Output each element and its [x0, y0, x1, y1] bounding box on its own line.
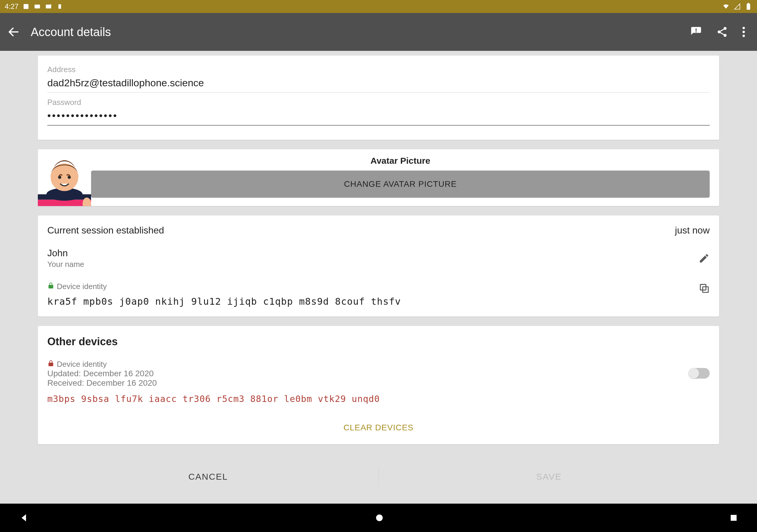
save-button[interactable]: SAVE	[379, 461, 719, 493]
copy-icon	[698, 282, 710, 294]
feedback-icon	[690, 26, 702, 38]
svg-point-9	[724, 27, 727, 30]
more-vert-icon	[742, 26, 745, 38]
notification-icon-d	[56, 3, 64, 10]
wifi-icon	[722, 3, 730, 10]
svg-rect-5	[747, 3, 749, 4]
svg-point-13	[742, 31, 745, 33]
clear-devices-button[interactable]: CLEAR DEVICES	[47, 418, 710, 437]
feedback-button[interactable]	[690, 26, 702, 38]
svg-point-11	[724, 34, 727, 37]
svg-point-10	[718, 30, 721, 33]
avatar-card: Avatar Picture CHANGE AVATAR PICTURE	[38, 149, 719, 206]
signal-icon	[733, 3, 741, 10]
svg-rect-4	[747, 4, 750, 10]
nav-home-button[interactable]	[375, 514, 384, 522]
lock-icon-red	[47, 360, 54, 369]
svg-rect-1	[35, 5, 40, 9]
share-button[interactable]	[716, 26, 728, 38]
status-time: 4:27	[5, 2, 19, 11]
notification-icon-a	[22, 3, 30, 10]
system-nav-bar	[0, 504, 757, 532]
svg-rect-8	[695, 31, 696, 32]
device-fingerprint: kra5f mpb0s j0ap0 nkihj 9lu12 ijiqb c1qb…	[47, 296, 401, 307]
session-status-text: Current session established	[47, 225, 164, 236]
cancel-button[interactable]: CANCEL	[38, 461, 378, 493]
bottom-action-bar: CANCEL SAVE	[38, 461, 719, 493]
nav-back-icon	[19, 513, 30, 523]
app-bar: Account details	[0, 13, 757, 51]
svg-rect-7	[695, 28, 696, 31]
pencil-icon	[698, 253, 710, 264]
svg-rect-2	[46, 5, 51, 9]
nav-home-icon	[375, 514, 384, 522]
password-label: Password	[47, 98, 710, 107]
toggle-knob	[688, 368, 699, 379]
edit-name-button[interactable]	[698, 253, 710, 264]
svg-point-24	[376, 515, 383, 521]
session-status-time: just now	[675, 225, 710, 236]
notification-icon-b	[33, 3, 41, 10]
back-button[interactable]	[7, 25, 31, 39]
svg-rect-0	[23, 4, 28, 9]
other-devices-title: Other devices	[47, 336, 710, 348]
notification-icon-c	[45, 3, 52, 10]
other-devices-card: Other devices Device identity Updated: D…	[38, 326, 719, 444]
nav-recents-icon	[729, 514, 738, 522]
address-input[interactable]: dad2h5rz@testadillophone.science	[47, 74, 710, 93]
other-device-identity-label: Device identity	[57, 360, 107, 369]
copy-fingerprint-button[interactable]	[698, 282, 710, 294]
password-input[interactable]: •••••••••••••••	[47, 107, 710, 126]
display-name-hint: Your name	[47, 260, 84, 269]
svg-point-12	[742, 27, 745, 29]
other-device-trust-toggle[interactable]	[688, 368, 710, 379]
other-device-received: Received: December 16 2020	[47, 378, 380, 388]
svg-point-14	[742, 35, 745, 37]
avatar-section-title: Avatar Picture	[91, 153, 710, 170]
page-title: Account details	[31, 25, 111, 39]
display-name: John	[47, 248, 84, 259]
session-card: Current session established just now Joh…	[38, 216, 719, 316]
share-icon	[716, 26, 728, 38]
avatar	[38, 153, 91, 206]
other-device-fingerprint: m3bps 9sbsa lfu7k iaacc tr306 r5cm3 881o…	[47, 394, 380, 404]
arrow-left-icon	[7, 25, 20, 39]
other-device-updated: Updated: December 16 2020	[47, 369, 380, 378]
credentials-card: Address dad2h5rz@testadillophone.science…	[38, 56, 719, 140]
address-label: Address	[47, 65, 710, 74]
overflow-menu-button[interactable]	[742, 26, 745, 38]
svg-rect-3	[58, 4, 61, 9]
change-avatar-button[interactable]: CHANGE AVATAR PICTURE	[91, 170, 710, 198]
battery-icon	[744, 3, 752, 10]
nav-recents-button[interactable]	[729, 514, 738, 522]
svg-rect-25	[731, 515, 737, 521]
device-identity-label: Device identity	[57, 282, 107, 291]
nav-back-button[interactable]	[19, 513, 30, 523]
status-bar: 4:27	[0, 0, 757, 13]
lock-icon	[47, 282, 54, 291]
